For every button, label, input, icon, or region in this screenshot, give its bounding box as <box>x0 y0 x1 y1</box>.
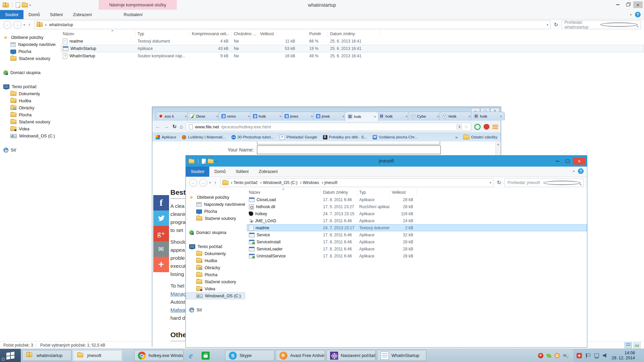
adblock-icon[interactable] <box>484 124 489 130</box>
address-dropdown-icon[interactable]: ▾ <box>490 181 491 184</box>
sidebar-item[interactable]: Stažené soubory <box>0 118 55 125</box>
file-row[interactable]: Service 17. 8. 2011 6:46 Aplikace 32 kB <box>247 231 587 238</box>
sidebar-item[interactable]: Stažené soubory <box>186 215 245 222</box>
tray-icon[interactable] <box>538 353 543 358</box>
taskbar-button[interactable]: Avast Free Antivirus <box>276 350 325 361</box>
browser-tab[interactable]: jmes × <box>282 112 316 120</box>
breadcrumb-item[interactable]: jmesoft <box>324 180 337 185</box>
home-icon[interactable]: ⌂ <box>180 124 183 130</box>
file-row[interactable]: hidhook.dll 17. 5. 2011 23:27 Rozšíření … <box>247 203 587 210</box>
bookmarks-overflow-icon[interactable]: » <box>455 135 458 140</box>
back-icon[interactable]: ← <box>155 123 161 130</box>
tray-icon[interactable] <box>563 353 569 358</box>
article-link[interactable]: isamor <box>170 346 186 347</box>
sidebar-item[interactable]: Stažené soubory <box>186 278 245 285</box>
sidebar-item[interactable]: Naposledy navštívené <box>186 201 245 208</box>
sidebar-item[interactable]: Oblíbené položky <box>0 34 55 41</box>
tab-close-icon[interactable]: × <box>185 114 187 118</box>
sidebar-item[interactable]: Domácí skupina <box>186 229 245 236</box>
close-button[interactable]: × <box>573 158 586 165</box>
bookmark-item[interactable]: Aplikace <box>156 135 176 139</box>
ribbon-tab[interactable]: Zobrazení <box>68 10 97 19</box>
bookmark-item[interactable]: Pohádky pro děti - S... <box>323 135 367 139</box>
ribbon-tab[interactable]: Rozbalení <box>114 10 152 19</box>
browser-tab[interactable]: hotk × <box>250 112 284 120</box>
sidebar-item[interactable]: Videa <box>186 285 245 292</box>
breadcrumb[interactable]: Tento počítačWindows8_OS (C:)Windowsjmes… <box>220 178 494 187</box>
sidebar-item[interactable]: Dokumenty <box>186 250 245 257</box>
taskbar-button[interactable]: whatinstartup <box>22 350 71 361</box>
sidebar-item[interactable]: Síť <box>186 306 245 313</box>
column-header[interactable]: Komprimovaná veli... <box>190 30 232 38</box>
taskbar-button[interactable]: hotkey.exe Windo... <box>134 350 183 361</box>
tab-close-icon[interactable]: × <box>342 114 344 118</box>
ribbon-expand-icon[interactable]: ▾ <box>630 13 632 16</box>
sidebar-item[interactable]: Obrázky <box>186 264 245 271</box>
bookmark-item[interactable]: 30 Photoshop tutori... <box>231 135 274 139</box>
taskbar-button[interactable]: WhatInStartup <box>377 350 426 361</box>
file-row[interactable]: WhatInStartup Soubor kompilované náp... … <box>61 52 644 60</box>
address-bar[interactable]: www.file.net/process/hotkey.exe.html a ☆ <box>186 123 471 131</box>
tab-close-icon[interactable]: × <box>311 114 313 118</box>
recent-locations-icon[interactable]: ▾ <box>209 181 211 184</box>
tab-close-icon[interactable]: × <box>437 114 439 118</box>
tab-close-icon[interactable]: × <box>279 114 281 118</box>
browser-tab[interactable]: eos li × <box>156 112 190 120</box>
column-header[interactable]: Název <box>247 188 321 196</box>
breadcrumb-item[interactable]: Windows8_OS (C:) <box>263 180 298 185</box>
column-header[interactable]: Velikost <box>390 188 417 196</box>
tab-close-icon[interactable]: × <box>406 114 408 118</box>
googleplus-share-button[interactable]: g+ <box>153 226 169 241</box>
ribbon-tab[interactable]: Domů <box>209 167 230 177</box>
bookmark-item[interactable]: Překladač Google <box>280 135 317 140</box>
sidebar-item[interactable]: Windows8_OS (C:) <box>0 132 55 139</box>
file-row[interactable]: JME_LOAD 17. 8. 2011 6:46 Aplikace 24 kB <box>247 217 587 224</box>
maximize-button[interactable] <box>563 158 572 165</box>
browser-tab[interactable]: hotk × <box>471 112 505 120</box>
menu-icon[interactable] <box>492 125 498 129</box>
start-button[interactable] <box>0 349 21 362</box>
browser-tab[interactable]: jmek × <box>313 112 347 120</box>
translate-icon[interactable]: a <box>457 124 462 129</box>
search-input[interactable]: Prohledat: jmesoft <box>504 178 584 187</box>
tab-close-icon[interactable]: × <box>248 114 250 118</box>
sidebar-item[interactable]: Oblíbené položky <box>186 194 245 201</box>
file-row[interactable]: ServiceInstall 17. 8. 2011 6:46 Aplikace… <box>247 238 587 245</box>
details-view-button[interactable] <box>625 342 632 348</box>
file-row[interactable]: WhatInStartup Aplikace 43 kB Ne 53 kB 19… <box>61 45 644 52</box>
help-icon[interactable]: ? <box>635 12 641 17</box>
file-row[interactable]: readme Textový dokument 4 kB Ne 11 kB 66… <box>61 38 644 45</box>
back-button[interactable]: ← <box>189 179 197 187</box>
tray-icon[interactable] <box>554 353 560 358</box>
bookmark-star-icon[interactable]: ☆ <box>464 124 468 129</box>
taskbar-button[interactable]: jmesoft <box>73 350 122 361</box>
file-row[interactable]: readme 24. 7. 2013 23:17 Textový dokumen… <box>247 224 587 231</box>
sidebar-item[interactable]: Windows8_OS (C:) <box>186 292 245 299</box>
extension-green-icon[interactable] <box>474 124 481 130</box>
breadcrumb-item[interactable]: whatinstartup <box>49 22 73 27</box>
sidebar-item[interactable]: Domácí skupina <box>0 69 55 76</box>
refresh-icon[interactable]: ↻ <box>554 22 558 28</box>
file-row[interactable]: hotkey 24. 7. 2013 23:15 Aplikace 116 kB <box>247 210 587 217</box>
restore-button[interactable] <box>623 1 633 8</box>
tray-icon[interactable] <box>546 353 552 359</box>
browser-tab[interactable]: hotk × <box>345 112 379 121</box>
browser-tab[interactable]: remo × <box>219 112 253 120</box>
sidebar-item[interactable]: Tento počítač <box>186 243 245 250</box>
tab-close-icon[interactable]: × <box>374 115 376 119</box>
browser-tab[interactable]: Hotk × <box>439 112 473 120</box>
sidebar-item[interactable]: Síť <box>0 146 55 154</box>
ribbon-expand-icon[interactable]: ▾ <box>573 170 575 173</box>
sidebar-item[interactable]: Hudba <box>186 257 245 264</box>
browser-tab[interactable]: Cybe × <box>408 112 442 120</box>
forward-icon[interactable]: → <box>164 123 169 130</box>
facebook-share-button[interactable]: f <box>153 195 169 210</box>
taskbar-button[interactable]: Nastavení počítače <box>326 350 376 361</box>
forward-button[interactable]: → <box>199 179 207 187</box>
file-row[interactable]: ServiceLoader 17. 8. 2011 6:46 Aplikace … <box>247 245 587 252</box>
recent-locations-icon[interactable]: ▾ <box>23 23 25 26</box>
sidebar-item[interactable]: Plocha <box>0 48 55 55</box>
sidebar-item[interactable]: Plocha <box>0 111 55 118</box>
browser-tab[interactable]: hotk × <box>376 112 410 120</box>
thumbnail-view-button[interactable] <box>633 342 641 348</box>
